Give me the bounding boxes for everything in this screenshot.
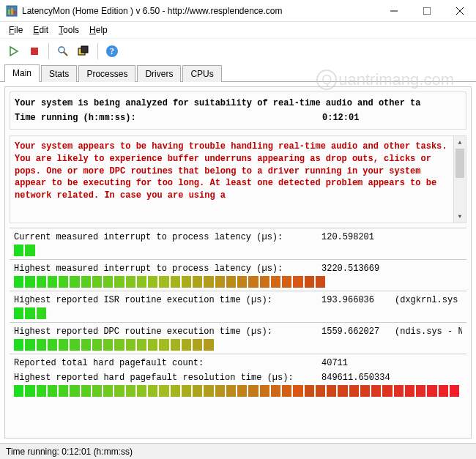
- separator: [48, 43, 49, 59]
- pagefault-res-value: 849611.650334: [321, 373, 395, 383]
- svg-line-11: [64, 52, 67, 56]
- scroll-down-icon[interactable]: ▼: [454, 210, 466, 223]
- scrollbar[interactable]: ▲ ▼: [453, 136, 466, 223]
- svg-rect-1: [8, 10, 10, 15]
- metric-bar: [10, 307, 466, 319]
- separator: [97, 43, 98, 59]
- svg-rect-3: [14, 11, 16, 15]
- minimize-button[interactable]: [377, 0, 410, 21]
- metric-value: 1559.662027: [321, 326, 395, 337]
- warning-section: Your system appears to be having trouble…: [10, 135, 466, 223]
- pagefault-count-value: 40711: [321, 358, 395, 368]
- metric-label: Highest measured interrupt to process la…: [14, 264, 321, 274]
- metric-bar: [10, 245, 466, 256]
- metric-value: 193.966036: [321, 295, 395, 305]
- menu-tools[interactable]: Tools: [54, 23, 83, 37]
- app-icon: [6, 5, 18, 17]
- metric-label: Highest reported ISR routine execution t…: [14, 295, 321, 305]
- tab-cpus[interactable]: CPUs: [182, 65, 221, 82]
- tab-stats[interactable]: Stats: [41, 65, 77, 82]
- metric-value: 3220.513669: [321, 264, 395, 274]
- statusbar: Time running: 0:12:01 (h:mm:ss): [0, 443, 476, 459]
- svg-rect-2: [11, 8, 13, 15]
- svg-rect-9: [31, 48, 38, 55]
- tab-processes[interactable]: Processes: [78, 65, 135, 82]
- window-title: LatencyMon (Home Edition ) v 6.50 - http…: [22, 6, 377, 16]
- status-text: Time running: 0:12:01 (h:mm:ss): [6, 447, 133, 457]
- pagefault-count-label: Reported total hard pagefault count:: [14, 358, 321, 368]
- time-running-label: Time running (h:mm:ss):: [15, 113, 322, 123]
- toolbar: ?: [0, 38, 476, 63]
- analyzing-text: Your system is being analyzed for suitab…: [15, 98, 461, 108]
- menu-help[interactable]: Help: [85, 23, 112, 37]
- content-area: Your system is being analyzed for suitab…: [0, 82, 476, 443]
- scroll-up-icon[interactable]: ▲: [454, 136, 466, 149]
- metric-extra: (dxgkrnl.sys - Dire: [395, 295, 462, 305]
- help-button[interactable]: ?: [103, 42, 122, 61]
- close-button[interactable]: [443, 0, 476, 21]
- analyzing-section: Your system is being analyzed for suitab…: [10, 92, 466, 130]
- scroll-thumb[interactable]: [455, 149, 464, 178]
- tabbar: Main Stats Processes Drivers CPUs: [0, 63, 476, 82]
- metric-extra: (ndis.sys - Networ: [395, 326, 462, 337]
- metric-value: 120.598201: [321, 232, 395, 242]
- metric-label: Current measured interrupt to process la…: [14, 232, 321, 242]
- tab-main[interactable]: Main: [4, 64, 40, 82]
- windows-button[interactable]: [74, 42, 93, 61]
- magnify-button[interactable]: [53, 42, 72, 61]
- pagefault-res-label: Highest reported hard pagefault resoluti…: [14, 373, 321, 383]
- stop-button[interactable]: [25, 42, 44, 61]
- svg-text:?: ?: [110, 46, 114, 56]
- svg-point-10: [59, 47, 64, 53]
- menubar: File Edit Tools Help: [0, 22, 476, 38]
- tab-drivers[interactable]: Drivers: [137, 65, 181, 82]
- time-running-value: 0:12:01: [322, 113, 461, 123]
- titlebar: LatencyMon (Home Edition ) v 6.50 - http…: [0, 0, 476, 22]
- menu-file[interactable]: File: [4, 23, 27, 37]
- metric-extra: [395, 232, 462, 242]
- metric-label: Highest reported DPC routine execution t…: [14, 326, 321, 337]
- maximize-button[interactable]: [410, 0, 443, 21]
- svg-marker-8: [10, 47, 18, 56]
- warning-text: Your system appears to be having trouble…: [15, 141, 461, 202]
- menu-edit[interactable]: Edit: [29, 23, 53, 37]
- metric-bar: [10, 339, 466, 351]
- pagefault-bar: [10, 385, 466, 397]
- metric-bar: [10, 276, 466, 288]
- play-button[interactable]: [4, 42, 23, 61]
- svg-rect-13: [81, 46, 88, 53]
- svg-rect-5: [423, 7, 431, 15]
- metric-extra: [395, 264, 462, 274]
